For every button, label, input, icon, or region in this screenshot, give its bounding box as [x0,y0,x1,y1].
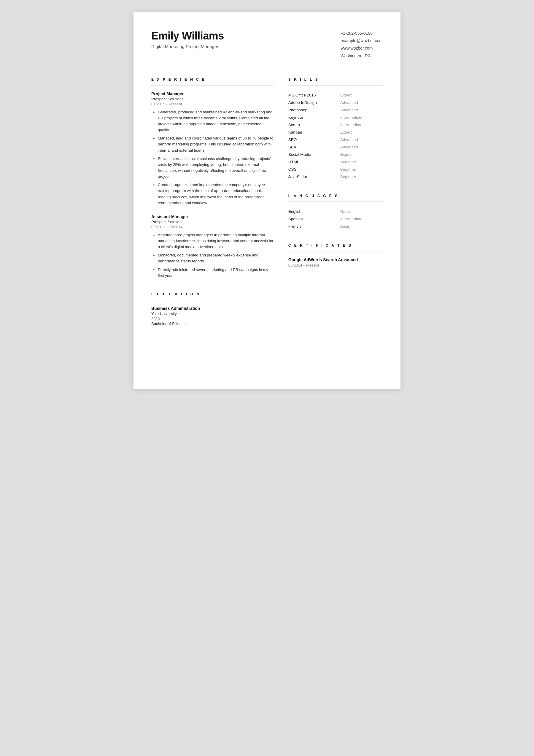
skill-name: SEA [288,143,340,151]
skill-name: CSS [288,166,340,173]
lang-row-1: SpanishIntermediate [288,215,383,223]
education-divider [151,300,273,300]
skills-divider [288,85,383,86]
skill-level: Beginner [340,173,383,180]
education-section: E D U C A T I O N Business Administratio… [151,292,273,326]
lang-name: English [288,208,340,215]
job-1-bullet-1: Generated, produced and maintained 42 en… [158,109,273,133]
edu-1-school: Yale University [151,311,273,316]
skill-name: Keynote [288,114,340,121]
left-column: E X P E R I E N C E Project Manager Pros… [151,77,273,339]
cert-0: Google AdWords Search Advanced03/2014 - … [288,257,383,267]
experience-divider [151,85,273,86]
skill-level: Expert [340,92,383,99]
skill-row-6: SEOAdvanced [288,136,383,143]
skill-name: Adobe InDesign [288,99,340,106]
skill-row-11: JavaScriptBeginner [288,173,383,180]
candidate-name: Emily Williams [151,30,224,42]
skill-name: Photoshop [288,106,340,114]
skill-name: Social Media [288,151,340,158]
job-1-bullet-4: Created, organized and implemented the c… [158,182,273,206]
skill-name: HTML [288,158,340,166]
skill-level: Beginner [340,166,383,173]
lang-level: Basic [340,223,383,230]
skill-row-4: ScrumIntermediate [288,121,383,128]
skill-row-3: KeynoteIntermediate [288,114,383,121]
cert-name: Google AdWords Search Advanced [288,257,383,262]
phone: +1-202-555-0196 [341,30,383,37]
skill-row-10: CSSBeginner [288,166,383,173]
skill-name: SEO [288,136,340,143]
edu-1-type: Bachelor of Science [151,321,273,326]
job-2-bullet-1: Assisted three project managers in perfo… [158,232,273,250]
experience-section: E X P E R I E N C E Project Manager Pros… [151,77,273,279]
skill-level: Expert [340,151,383,158]
skills-title: S K I L L S [288,77,383,82]
skill-level: Advanced [340,106,383,114]
skill-level: Intermediate [340,121,383,128]
skill-row-5: KanbanExpert [288,128,383,136]
right-column: S K I L L S MS Office 2016ExpertAdobe In… [288,77,383,339]
job-2: Assistant Manager Prospect Solutions 09/… [151,214,273,279]
languages-title: L A N G U A G E S [288,194,383,198]
job-2-company: Prospect Solutions [151,220,273,224]
lang-name: French [288,223,340,230]
skill-name: Kanban [288,128,340,136]
edu-1-year: 2013 [151,316,273,321]
skill-row-9: HTMLBeginner [288,158,383,166]
skills-table: MS Office 2016ExpertAdobe InDesignAdvanc… [288,92,383,180]
skill-level: Advanced [340,136,383,143]
skill-row-2: PhotoshopAdvanced [288,106,383,114]
skill-level: Intermediate [340,114,383,121]
main-content: E X P E R I E N C E Project Manager Pros… [151,77,383,339]
languages-table: EnglishNativeSpanishIntermediateFrenchBa… [288,208,383,230]
header-section: Emily Williams Digital Marketing Project… [151,30,383,60]
skill-name: Scrum [288,121,340,128]
skill-row-0: MS Office 2016Expert [288,92,383,99]
lang-level: Intermediate [340,215,383,223]
job-2-dates: 09/2013 - 12/2014 [151,225,273,229]
education-title: E D U C A T I O N [151,292,273,296]
location: Washington, DC [341,52,383,60]
email: example@wozber.com [341,37,383,44]
job-1: Project Manager Prospect Solutions 01/20… [151,92,273,206]
job-2-bullets: Assisted three project managers in perfo… [151,232,273,279]
skill-level: Beginner [340,158,383,166]
website: www.wozber.com [341,44,383,52]
lang-row-0: EnglishNative [288,208,383,215]
skill-level: Advanced [340,143,383,151]
job-1-dates: 01/2015 - Present [151,102,273,106]
header-right: +1-202-555-0196 example@wozber.com www.w… [341,30,383,60]
skill-row-7: SEAAdvanced [288,143,383,151]
lang-name: Spanish [288,215,340,223]
job-2-bullet-2: Monitored, documented and prepared weekl… [158,252,273,264]
skills-section: S K I L L S MS Office 2016ExpertAdobe In… [288,77,383,180]
cert-dates: 03/2014 - Present [288,263,383,267]
job-2-title: Assistant Manager [151,214,273,219]
lang-row-2: FrenchBasic [288,223,383,230]
lang-level: Native [340,208,383,215]
job-2-bullet-3: Directly administrated seven marketing a… [158,267,273,279]
header-left: Emily Williams Digital Marketing Project… [151,30,224,49]
candidate-title: Digital Marketing Project Manager [151,44,224,49]
skill-row-8: Social MediaExpert [288,151,383,158]
skill-name: MS Office 2016 [288,92,340,99]
job-1-bullet-2: Managed, lead and coordinated various te… [158,135,273,153]
skill-level: Advanced [340,99,383,106]
certificates-title: C E R T I F I C A T E S [288,243,383,248]
job-1-bullets: Generated, produced and maintained 42 en… [151,109,273,206]
languages-section: L A N G U A G E S EnglishNativeSpanishIn… [288,194,383,230]
edu-1: Business Administration Yale University … [151,306,273,326]
experience-title: E X P E R I E N C E [151,77,273,82]
certificates-divider [288,251,383,252]
certificates-section: C E R T I F I C A T E S Google AdWords S… [288,243,383,267]
edu-1-degree: Business Administration [151,306,273,311]
skill-level: Expert [340,128,383,136]
job-1-title: Project Manager [151,92,273,96]
job-1-bullet-3: Solved internal financial business chall… [158,156,273,180]
skill-name: JavaScript [288,173,340,180]
languages-divider [288,202,383,202]
skill-row-1: Adobe InDesignAdvanced [288,99,383,106]
resume-page: Emily Williams Digital Marketing Project… [134,12,400,389]
job-1-company: Prospect Solutions [151,97,273,101]
